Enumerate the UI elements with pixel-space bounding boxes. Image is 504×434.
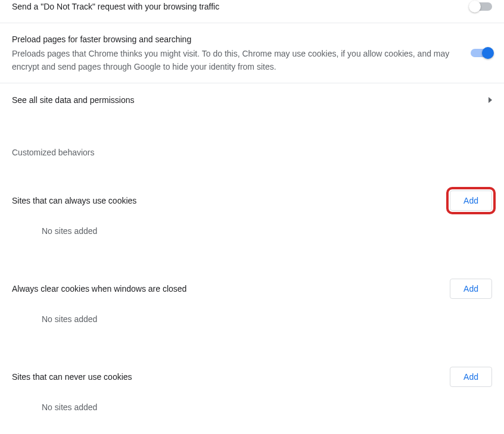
never-allow-empty: No sites added	[0, 392, 504, 426]
preload-title: Preload pages for faster browsing and se…	[12, 33, 456, 46]
always-allow-title: Sites that can always use cookies	[12, 196, 136, 205]
never-allow-title: Sites that can never use cookies	[12, 372, 132, 382]
preload-text: Preload pages for faster browsing and se…	[12, 33, 471, 73]
clear-on-close-row: Always clear cookies when windows are cl…	[0, 267, 504, 304]
add-always-allow-button[interactable]: Add	[450, 191, 492, 211]
never-allow-row: Sites that can never use cookies Add	[0, 355, 504, 392]
toggle-thumb	[469, 1, 481, 13]
see-all-site-data-label: See all site data and permissions	[12, 95, 134, 105]
chevron-right-icon	[489, 97, 492, 103]
clear-on-close-block: Always clear cookies when windows are cl…	[0, 267, 504, 338]
always-allow-row: Sites that can always use cookies Add	[0, 179, 504, 216]
add-never-allow-button[interactable]: Add	[450, 367, 492, 387]
preload-description: Preloads pages that Chrome thinks you mi…	[12, 47, 456, 73]
always-allow-block: Sites that can always use cookies Add No…	[0, 179, 504, 250]
toggle-thumb	[482, 47, 494, 59]
add-clear-on-close-button[interactable]: Add	[450, 279, 492, 299]
customized-behaviors-header: Customized behaviors	[0, 133, 504, 162]
see-all-site-data-link[interactable]: See all site data and permissions	[0, 83, 504, 117]
do-not-track-toggle[interactable]	[471, 2, 492, 11]
do-not-track-title: Send a "Do Not Track" request with your …	[12, 0, 456, 13]
cookies-settings-panel: Send a "Do Not Track" request with your …	[0, 0, 504, 426]
preload-row: Preload pages for faster browsing and se…	[0, 23, 504, 83]
clear-on-close-title: Always clear cookies when windows are cl…	[12, 284, 186, 294]
preload-toggle[interactable]	[471, 49, 492, 57]
never-allow-block: Sites that can never use cookies Add No …	[0, 355, 504, 426]
clear-on-close-empty: No sites added	[0, 304, 504, 338]
always-allow-empty: No sites added	[0, 216, 504, 250]
do-not-track-row: Send a "Do Not Track" request with your …	[0, 0, 504, 23]
do-not-track-text: Send a "Do Not Track" request with your …	[12, 0, 471, 13]
